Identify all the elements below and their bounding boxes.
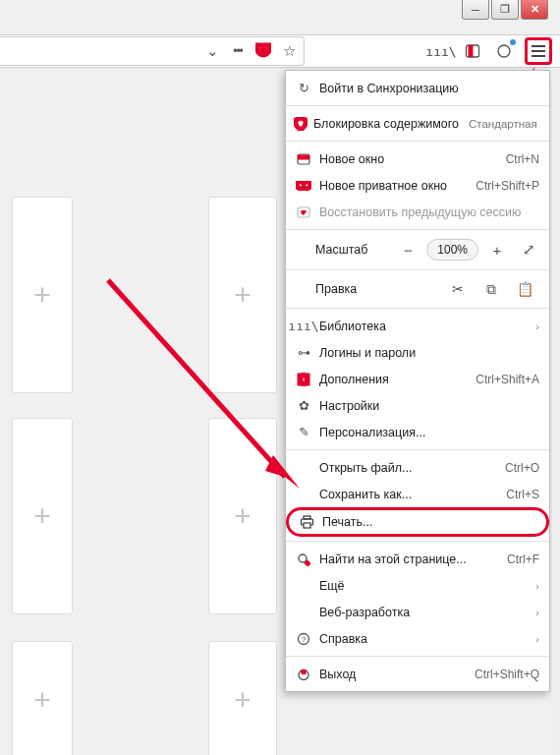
gear-icon: ✿	[294, 398, 313, 413]
address-bar[interactable]: ⌄ ••• ☆	[0, 36, 305, 66]
menu-label: Выход	[319, 668, 469, 681]
chevron-right-icon: ›	[535, 580, 539, 592]
tile[interactable]: +	[208, 418, 277, 614]
zoom-in-button[interactable]: +	[484, 239, 510, 261]
menu-label: Новое приватное окно	[319, 179, 470, 193]
plus-icon: +	[234, 278, 252, 312]
paste-button[interactable]: 📋	[508, 281, 541, 297]
menu-library[interactable]: ııı\ Библиотека ›	[286, 313, 549, 339]
plus-icon: +	[33, 278, 51, 312]
tile[interactable]: +	[12, 418, 73, 614]
key-icon: ⊶	[294, 345, 313, 360]
paint-icon: ✎	[294, 425, 313, 439]
puzzle-icon	[294, 373, 313, 386]
shortcut: Ctrl+O	[505, 461, 539, 475]
plus-icon: +	[234, 499, 252, 533]
svg-text:?: ?	[302, 635, 307, 644]
menu-sync[interactable]: ↻ Войти в Синхронизацию	[286, 75, 549, 101]
window-close-button[interactable]: ✕	[521, 0, 548, 20]
menu-quit[interactable]: Выход Ctrl+Shift+Q	[286, 661, 549, 687]
fullscreen-button[interactable]: ⤢	[516, 239, 541, 261]
tile[interactable]: +	[12, 197, 73, 393]
svg-point-2	[498, 45, 510, 57]
menu-preferences[interactable]: ✿ Настройки	[286, 392, 549, 419]
menu-save-as[interactable]: Сохранить как... Ctrl+S	[286, 481, 549, 507]
account-icon[interactable]	[493, 40, 515, 62]
shortcut: Ctrl+Shift+P	[476, 179, 539, 193]
window-icon	[294, 153, 313, 165]
library-icon: ııı\	[294, 319, 313, 333]
power-icon	[294, 668, 313, 681]
menu-label: Веб-разработка	[319, 606, 530, 619]
menu-label: Ещё	[319, 579, 530, 593]
menu-print[interactable]: Печать...	[286, 507, 549, 537]
restore-icon	[294, 206, 313, 218]
menu-label: Персонализация...	[319, 426, 539, 439]
menu-label: Новое окно	[319, 152, 500, 166]
shortcut: Ctrl+Shift+A	[476, 373, 539, 386]
menu-logins[interactable]: ⊶ Логины и пароли	[286, 339, 549, 366]
plus-icon: +	[33, 499, 51, 533]
plus-icon: +	[33, 683, 51, 717]
menu-more[interactable]: Ещё ›	[286, 572, 549, 599]
plus-icon: +	[234, 683, 252, 717]
search-icon	[294, 552, 313, 566]
edit-label: Правка	[294, 282, 441, 296]
menu-label: Логины и пароли	[319, 346, 539, 360]
tile[interactable]: +	[12, 641, 73, 755]
menu-label: Настройки	[319, 399, 539, 413]
dropdown-icon[interactable]: ⌄	[203, 42, 221, 60]
zoom-label: Масштаб	[294, 243, 389, 257]
menu-restore-session: Восстановить предыдущую сессию	[286, 199, 549, 225]
bookmark-star-icon[interactable]: ☆	[280, 42, 298, 60]
svg-point-11	[299, 554, 307, 562]
browser-toolbar: ⌄ ••• ☆ ııı\	[0, 34, 560, 68]
menu-label: Сохранить как...	[319, 488, 500, 501]
menu-zoom-row: Масштаб − 100% + ⤢	[286, 234, 549, 265]
shortcut: Ctrl+S	[506, 488, 539, 501]
menu-label: Печать...	[322, 515, 536, 529]
svg-line-12	[306, 561, 309, 565]
menu-customize[interactable]: ✎ Персонализация...	[286, 419, 549, 445]
menu-private-window[interactable]: Новое приватное окно Ctrl+Shift+P	[286, 172, 549, 199]
menu-content-blocking[interactable]: Блокировка содержимого Стандартная	[286, 110, 549, 137]
menu-addons[interactable]: Дополнения Ctrl+Shift+A	[286, 366, 549, 392]
window-maximize-button[interactable]: ❐	[491, 0, 519, 20]
zoom-percent[interactable]: 100%	[426, 239, 478, 261]
sidebar-icon[interactable]	[462, 40, 483, 62]
shield-icon	[294, 117, 308, 131]
menu-help[interactable]: ? Справка ›	[286, 625, 549, 652]
menu-new-window[interactable]: Новое окно Ctrl+N	[286, 145, 549, 172]
shortcut: Ctrl+F	[507, 552, 539, 566]
menu-find[interactable]: Найти на этой странице... Ctrl+F	[286, 546, 549, 572]
chevron-right-icon: ›	[535, 320, 539, 332]
library-icon[interactable]: ııı\	[430, 40, 452, 62]
menu-label: Справка	[319, 632, 530, 646]
mask-icon	[294, 181, 313, 191]
annotation-arrow-to-print	[98, 270, 314, 496]
window-minimize-button[interactable]: ─	[462, 0, 489, 20]
menu-webdev[interactable]: Веб-разработка ›	[286, 599, 549, 625]
menu-open-file[interactable]: Открыть файл... Ctrl+O	[286, 454, 549, 481]
blocking-level-badge: Стандартная	[465, 116, 541, 132]
zoom-out-button[interactable]: −	[395, 239, 420, 261]
help-icon: ?	[294, 632, 313, 646]
cut-button[interactable]: ✂	[441, 281, 475, 297]
menu-label: Дополнения	[319, 373, 470, 386]
tile[interactable]: +	[208, 197, 277, 393]
app-menu-button[interactable]	[525, 37, 552, 65]
pocket-icon[interactable]	[254, 42, 272, 61]
app-menu: ↻ Войти в Синхронизацию Блокировка содер…	[285, 70, 550, 692]
vertical-scrollbar[interactable]	[552, 71, 560, 755]
svg-rect-10	[304, 523, 310, 528]
tile[interactable]: +	[208, 641, 277, 755]
sync-icon: ↻	[294, 81, 313, 95]
shortcut: Ctrl+Shift+Q	[475, 668, 539, 681]
shortcut: Ctrl+N	[506, 152, 539, 166]
chevron-right-icon: ›	[535, 633, 539, 645]
page-actions-icon[interactable]: •••	[229, 44, 247, 58]
menu-edit-row: Правка ✂ ⧉ 📋	[286, 274, 549, 304]
menu-label: Найти на этой странице...	[319, 552, 501, 566]
copy-button[interactable]: ⧉	[475, 281, 508, 298]
menu-label: Войти в Синхронизацию	[319, 82, 539, 95]
